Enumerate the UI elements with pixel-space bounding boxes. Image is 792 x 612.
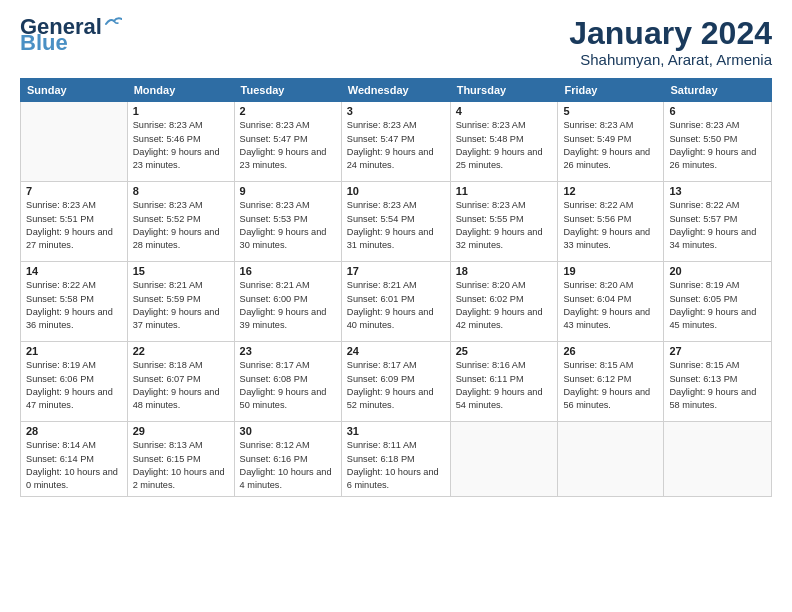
day-number: 16 (240, 265, 336, 277)
calendar-cell: 14Sunrise: 8:22 AMSunset: 5:58 PMDayligh… (21, 262, 128, 342)
day-info: Sunrise: 8:23 AMSunset: 5:54 PMDaylight:… (347, 199, 445, 252)
day-number: 28 (26, 425, 122, 437)
day-info: Sunrise: 8:17 AMSunset: 6:08 PMDaylight:… (240, 359, 336, 412)
calendar-cell: 9Sunrise: 8:23 AMSunset: 5:53 PMDaylight… (234, 182, 341, 262)
day-info: Sunrise: 8:21 AMSunset: 5:59 PMDaylight:… (133, 279, 229, 332)
calendar-table: Sunday Monday Tuesday Wednesday Thursday… (20, 78, 772, 496)
col-tuesday: Tuesday (234, 79, 341, 102)
day-number: 25 (456, 345, 553, 357)
calendar-cell: 13Sunrise: 8:22 AMSunset: 5:57 PMDayligh… (664, 182, 772, 262)
calendar-cell: 6Sunrise: 8:23 AMSunset: 5:50 PMDaylight… (664, 102, 772, 182)
week-row-5: 28Sunrise: 8:14 AMSunset: 6:14 PMDayligh… (21, 422, 772, 496)
day-number: 20 (669, 265, 766, 277)
calendar-cell: 5Sunrise: 8:23 AMSunset: 5:49 PMDaylight… (558, 102, 664, 182)
day-number: 27 (669, 345, 766, 357)
day-info: Sunrise: 8:23 AMSunset: 5:46 PMDaylight:… (133, 119, 229, 172)
col-wednesday: Wednesday (341, 79, 450, 102)
day-info: Sunrise: 8:22 AMSunset: 5:56 PMDaylight:… (563, 199, 658, 252)
calendar-cell: 2Sunrise: 8:23 AMSunset: 5:47 PMDaylight… (234, 102, 341, 182)
col-saturday: Saturday (664, 79, 772, 102)
header-row: Sunday Monday Tuesday Wednesday Thursday… (21, 79, 772, 102)
col-thursday: Thursday (450, 79, 558, 102)
calendar-cell (664, 422, 772, 496)
day-info: Sunrise: 8:21 AMSunset: 6:00 PMDaylight:… (240, 279, 336, 332)
calendar-cell: 17Sunrise: 8:21 AMSunset: 6:01 PMDayligh… (341, 262, 450, 342)
day-number: 31 (347, 425, 445, 437)
day-number: 9 (240, 185, 336, 197)
day-info: Sunrise: 8:22 AMSunset: 5:57 PMDaylight:… (669, 199, 766, 252)
calendar-cell: 19Sunrise: 8:20 AMSunset: 6:04 PMDayligh… (558, 262, 664, 342)
day-number: 18 (456, 265, 553, 277)
calendar-cell: 26Sunrise: 8:15 AMSunset: 6:12 PMDayligh… (558, 342, 664, 422)
col-friday: Friday (558, 79, 664, 102)
day-number: 10 (347, 185, 445, 197)
day-info: Sunrise: 8:23 AMSunset: 5:50 PMDaylight:… (669, 119, 766, 172)
day-info: Sunrise: 8:23 AMSunset: 5:51 PMDaylight:… (26, 199, 122, 252)
day-number: 5 (563, 105, 658, 117)
header: General Blue January 2024 Shahumyan, Ara… (20, 16, 772, 68)
day-info: Sunrise: 8:23 AMSunset: 5:53 PMDaylight:… (240, 199, 336, 252)
day-info: Sunrise: 8:23 AMSunset: 5:55 PMDaylight:… (456, 199, 553, 252)
day-number: 6 (669, 105, 766, 117)
day-number: 12 (563, 185, 658, 197)
calendar-cell: 3Sunrise: 8:23 AMSunset: 5:47 PMDaylight… (341, 102, 450, 182)
calendar-cell: 18Sunrise: 8:20 AMSunset: 6:02 PMDayligh… (450, 262, 558, 342)
day-number: 17 (347, 265, 445, 277)
day-info: Sunrise: 8:11 AMSunset: 6:18 PMDaylight:… (347, 439, 445, 492)
calendar-cell: 25Sunrise: 8:16 AMSunset: 6:11 PMDayligh… (450, 342, 558, 422)
day-number: 7 (26, 185, 122, 197)
day-info: Sunrise: 8:23 AMSunset: 5:48 PMDaylight:… (456, 119, 553, 172)
calendar-cell: 11Sunrise: 8:23 AMSunset: 5:55 PMDayligh… (450, 182, 558, 262)
day-number: 23 (240, 345, 336, 357)
day-info: Sunrise: 8:23 AMSunset: 5:47 PMDaylight:… (347, 119, 445, 172)
day-info: Sunrise: 8:14 AMSunset: 6:14 PMDaylight:… (26, 439, 122, 492)
week-row-3: 14Sunrise: 8:22 AMSunset: 5:58 PMDayligh… (21, 262, 772, 342)
week-row-4: 21Sunrise: 8:19 AMSunset: 6:06 PMDayligh… (21, 342, 772, 422)
title-block: January 2024 Shahumyan, Ararat, Armenia (569, 16, 772, 68)
logo-blue: Blue (20, 30, 68, 56)
page: General Blue January 2024 Shahumyan, Ara… (0, 0, 792, 612)
calendar-cell (450, 422, 558, 496)
col-sunday: Sunday (21, 79, 128, 102)
day-info: Sunrise: 8:16 AMSunset: 6:11 PMDaylight:… (456, 359, 553, 412)
day-info: Sunrise: 8:19 AMSunset: 6:05 PMDaylight:… (669, 279, 766, 332)
day-number: 13 (669, 185, 766, 197)
calendar-cell: 22Sunrise: 8:18 AMSunset: 6:07 PMDayligh… (127, 342, 234, 422)
calendar-cell: 23Sunrise: 8:17 AMSunset: 6:08 PMDayligh… (234, 342, 341, 422)
calendar-cell: 29Sunrise: 8:13 AMSunset: 6:15 PMDayligh… (127, 422, 234, 496)
day-number: 1 (133, 105, 229, 117)
day-info: Sunrise: 8:21 AMSunset: 6:01 PMDaylight:… (347, 279, 445, 332)
day-number: 8 (133, 185, 229, 197)
day-info: Sunrise: 8:23 AMSunset: 5:52 PMDaylight:… (133, 199, 229, 252)
calendar-cell: 31Sunrise: 8:11 AMSunset: 6:18 PMDayligh… (341, 422, 450, 496)
day-number: 11 (456, 185, 553, 197)
col-monday: Monday (127, 79, 234, 102)
calendar-cell: 10Sunrise: 8:23 AMSunset: 5:54 PMDayligh… (341, 182, 450, 262)
calendar-cell: 8Sunrise: 8:23 AMSunset: 5:52 PMDaylight… (127, 182, 234, 262)
day-number: 14 (26, 265, 122, 277)
day-number: 24 (347, 345, 445, 357)
day-info: Sunrise: 8:15 AMSunset: 6:12 PMDaylight:… (563, 359, 658, 412)
calendar-cell (558, 422, 664, 496)
day-number: 2 (240, 105, 336, 117)
day-number: 19 (563, 265, 658, 277)
day-number: 21 (26, 345, 122, 357)
day-number: 3 (347, 105, 445, 117)
day-number: 4 (456, 105, 553, 117)
day-info: Sunrise: 8:19 AMSunset: 6:06 PMDaylight:… (26, 359, 122, 412)
calendar-cell: 4Sunrise: 8:23 AMSunset: 5:48 PMDaylight… (450, 102, 558, 182)
calendar-cell: 28Sunrise: 8:14 AMSunset: 6:14 PMDayligh… (21, 422, 128, 496)
calendar-cell: 27Sunrise: 8:15 AMSunset: 6:13 PMDayligh… (664, 342, 772, 422)
day-number: 26 (563, 345, 658, 357)
day-info: Sunrise: 8:13 AMSunset: 6:15 PMDaylight:… (133, 439, 229, 492)
day-info: Sunrise: 8:20 AMSunset: 6:02 PMDaylight:… (456, 279, 553, 332)
day-info: Sunrise: 8:15 AMSunset: 6:13 PMDaylight:… (669, 359, 766, 412)
day-info: Sunrise: 8:12 AMSunset: 6:16 PMDaylight:… (240, 439, 336, 492)
day-info: Sunrise: 8:23 AMSunset: 5:47 PMDaylight:… (240, 119, 336, 172)
day-info: Sunrise: 8:17 AMSunset: 6:09 PMDaylight:… (347, 359, 445, 412)
logo-bird-icon (104, 16, 122, 30)
week-row-2: 7Sunrise: 8:23 AMSunset: 5:51 PMDaylight… (21, 182, 772, 262)
day-info: Sunrise: 8:20 AMSunset: 6:04 PMDaylight:… (563, 279, 658, 332)
day-info: Sunrise: 8:22 AMSunset: 5:58 PMDaylight:… (26, 279, 122, 332)
calendar-cell: 12Sunrise: 8:22 AMSunset: 5:56 PMDayligh… (558, 182, 664, 262)
